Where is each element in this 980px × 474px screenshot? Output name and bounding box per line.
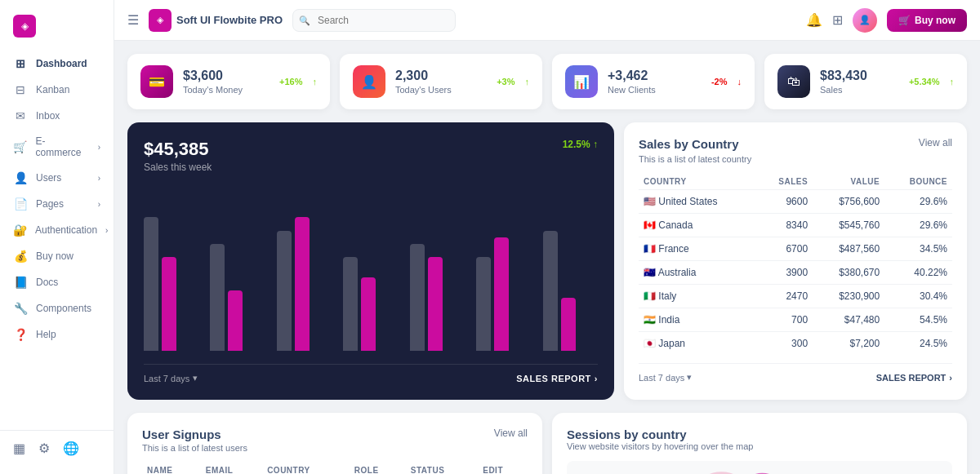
help-icon: ❓	[13, 328, 28, 341]
cart-icon: 🛒	[898, 15, 911, 26]
stat-change-money: +16%	[279, 77, 302, 86]
sidebar-item-label: E-commerce	[36, 135, 90, 158]
stat-label-clients: New Clients	[608, 85, 702, 95]
country-table: COUNTRY SALES VALUE BOUNCE 🇺🇸 United Sta…	[639, 174, 952, 355]
col-edit: EDIT	[478, 463, 528, 474]
country-flag: 🇦🇺	[644, 267, 656, 278]
sidebar-item-help[interactable]: ❓ Help	[0, 321, 114, 348]
country-bounce: 29.6%	[884, 190, 952, 214]
gear-icon[interactable]: ⚙	[38, 441, 50, 456]
avatar[interactable]: 👤	[853, 8, 877, 33]
country-footer: Last 7 days ▾ SALES REPORT ›	[639, 363, 952, 383]
sidebar-item-users[interactable]: 👤 Users ›	[0, 165, 114, 191]
country-sales: 2470	[757, 285, 813, 308]
grid-icon[interactable]: ⊞	[832, 12, 843, 28]
navbar-logo-box: ◈	[149, 9, 172, 32]
stat-card-users: 👤 2,300 Today's Users +3% ↑	[340, 54, 542, 109]
world-map	[567, 461, 952, 474]
country-card: Sales by Country View all This is a list…	[624, 122, 967, 400]
col-status: STATUS	[406, 463, 478, 474]
country-value: $380,670	[813, 261, 884, 285]
user-signups-title: User Signups	[142, 427, 221, 441]
stat-icon-users: 👤	[353, 65, 385, 98]
chart-period[interactable]: Last 7 days ▾	[144, 373, 198, 383]
search-icon: 🔍	[299, 15, 310, 25]
buy-button[interactable]: 🛒 Buy now	[887, 9, 967, 32]
user-table: NAME EMAIL COUNTRY ROLE STATUS EDIT	[142, 463, 528, 474]
country-flag: 🇨🇦	[644, 219, 656, 231]
country-flag: 🇫🇷	[644, 243, 656, 255]
country-bounce: 40.22%	[884, 261, 952, 285]
user-signups-card: User Signups View all This is a list of …	[127, 413, 542, 474]
country-report-link[interactable]: SALES REPORT ›	[876, 373, 952, 383]
table-row: 🇺🇸 United States 9600 $756,600 29.6%	[639, 190, 952, 214]
sidebar-item-inbox[interactable]: ✉ Inbox	[0, 103, 114, 129]
users-icon: 👤	[13, 171, 28, 184]
country-bounce: 34.5%	[884, 237, 952, 261]
bar-pink	[494, 237, 509, 351]
stat-card-sales: 🛍 $83,430 Sales +5.34% ↑	[764, 54, 967, 109]
view-all-link[interactable]: View all	[919, 137, 952, 148]
user-signups-view-all[interactable]: View all	[494, 427, 528, 439]
sidebar-item-buynow[interactable]: 💰 Buy now	[0, 243, 114, 269]
col-value: VALUE	[813, 174, 884, 190]
map-area	[567, 461, 952, 474]
bar-pink	[361, 277, 376, 351]
stat-value-users: 2,300	[395, 69, 487, 83]
bar-pink	[561, 298, 576, 351]
globe-icon[interactable]: 🌐	[63, 441, 79, 456]
chevron-down-icon: ›	[98, 143, 100, 152]
table-row: 🇮🇹 Italy 2470 $230,900 30.4%	[639, 285, 952, 308]
stat-info-clients: +3,462 New Clients	[608, 69, 702, 95]
chart-report-link[interactable]: SALES REPORT ›	[516, 374, 598, 383]
bar-group	[210, 244, 265, 351]
sidebar-item-ecommerce[interactable]: 🛒 E-commerce ›	[0, 129, 114, 165]
arrow-right-icon: ›	[595, 374, 598, 383]
sidebar-item-label: Inbox	[36, 110, 60, 122]
bar-group	[543, 231, 598, 351]
sessions-subtitle: View website visitors by hovering over t…	[567, 441, 952, 451]
chart-bars	[144, 173, 598, 357]
bar-group	[410, 244, 465, 351]
menu-icon[interactable]: ☰	[127, 12, 139, 28]
country-sales: 9600	[757, 190, 813, 214]
sidebar-item-docs[interactable]: 📘 Docs	[0, 269, 114, 295]
sidebar-item-authentication[interactable]: 🔐 Authentication ›	[0, 217, 114, 243]
chevron-down-icon: ▾	[193, 373, 198, 383]
arrow-up-icon: ↑	[313, 77, 318, 86]
kanban-icon: ⊟	[13, 83, 28, 96]
arrow-right-icon: ›	[949, 373, 952, 383]
sidebar-item-kanban[interactable]: ⊟ Kanban	[0, 77, 114, 103]
col-country: COUNTRY	[639, 174, 757, 190]
search-input[interactable]	[292, 9, 456, 32]
sidebar-item-label: Users	[36, 172, 61, 184]
sidebar-item-pages[interactable]: 📄 Pages ›	[0, 191, 114, 217]
barchart-icon[interactable]: ▦	[13, 441, 25, 456]
stat-change-clients: -2%	[711, 77, 728, 86]
bar-gray	[277, 231, 292, 351]
bar-gray	[343, 257, 358, 351]
search-box: 🔍	[292, 9, 456, 32]
country-name: Australia	[658, 267, 697, 278]
bar-group	[476, 237, 531, 351]
bar-group	[343, 257, 398, 351]
sessions-title: Sessions by country	[567, 427, 952, 441]
col-bounce: BOUNCE	[884, 174, 952, 190]
col-email: EMAIL	[201, 463, 262, 474]
inbox-icon: ✉	[13, 109, 28, 122]
country-flag: 🇯🇵	[644, 338, 656, 349]
stat-cards: 💳 $3,600 Today's Money +16% ↑ 👤 2,300 To…	[127, 54, 967, 109]
table-row: 🇦🇺 Australia 3900 $380,670 40.22%	[639, 261, 952, 285]
bar-pink	[428, 257, 443, 351]
bar-pink	[295, 217, 310, 351]
bar-gray	[410, 244, 425, 351]
sidebar-item-dashboard[interactable]: ⊞ Dashboard	[0, 51, 114, 77]
bar-group	[144, 217, 198, 351]
chart-amount: $45,385	[144, 139, 598, 160]
bell-icon[interactable]: 🔔	[806, 12, 822, 28]
col-name: NAME	[142, 463, 201, 474]
sidebar-item-components[interactable]: 🔧 Components	[0, 295, 114, 321]
sidebar-logo-icon: ◈	[13, 15, 36, 38]
middle-row: $45,385 Sales this week 12.5% ↑ Last 7 d…	[127, 122, 967, 400]
country-period[interactable]: Last 7 days ▾	[639, 372, 692, 383]
